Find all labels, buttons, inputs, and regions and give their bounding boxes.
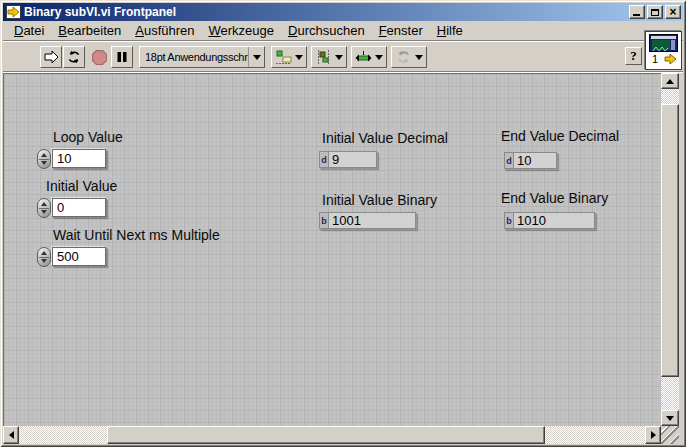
run-button[interactable]	[40, 46, 62, 68]
initial-value-spinner[interactable]	[37, 198, 51, 218]
horizontal-scrollbar[interactable]	[3, 426, 661, 444]
menu-durchsuchen[interactable]: Durchsuchen	[281, 21, 372, 40]
pause-icon	[115, 50, 129, 64]
menubar: Datei Bearbeiten Ausführen Werkzeuge Dur…	[3, 21, 683, 41]
decrement-icon[interactable]	[41, 161, 47, 165]
end-value-decimal: 10	[517, 153, 531, 168]
menu-werkzeuge[interactable]: Werkzeuge	[202, 21, 282, 40]
initial-value-label: Initial Value	[46, 178, 117, 194]
resize-objects-button[interactable]	[351, 46, 387, 68]
wait-until-next-ms-field[interactable]: 500	[52, 247, 106, 266]
run-arrow-icon	[43, 49, 59, 65]
font-selector-arrow[interactable]	[248, 47, 264, 67]
distribute-objects-icon	[315, 49, 332, 65]
close-icon: ×	[669, 7, 676, 17]
initial-value-binary-label: Initial Value Binary	[322, 192, 437, 208]
loop-value: 10	[57, 151, 71, 166]
arrow-down-icon	[666, 416, 674, 421]
radix-binary-icon: b	[505, 213, 514, 228]
chevron-down-icon	[253, 55, 261, 60]
chevron-down-icon	[415, 55, 423, 60]
arrow-left-icon	[9, 431, 14, 439]
horizontal-scroll-thumb[interactable]	[107, 426, 545, 444]
menu-bearbeiten[interactable]: Bearbeiten	[51, 21, 128, 40]
scroll-left-button[interactable]	[3, 426, 19, 444]
help-question-icon: ?	[630, 48, 637, 64]
end-value-binary: 1010	[517, 213, 546, 228]
radix-decimal-icon: d	[505, 153, 514, 168]
resize-objects-icon	[355, 49, 372, 65]
labview-vi-icon	[6, 5, 21, 19]
labview-frontpanel-window: Binary subVI.vi Frontpanel × Datei Bearb…	[0, 0, 686, 447]
end-value-binary-field: b 1010	[504, 212, 595, 229]
scroll-right-button[interactable]	[645, 426, 661, 444]
stop-button-disabled	[88, 46, 110, 68]
window-title: Binary subVI.vi Frontpanel	[24, 5, 627, 19]
font-selector[interactable]: 18pt Anwendungsschriftart	[139, 46, 265, 68]
wait-until-next-ms-spinner[interactable]	[37, 247, 51, 267]
end-value-decimal-label: End Value Decimal	[501, 128, 619, 144]
vertical-scrollbar[interactable]	[661, 73, 679, 426]
loop-value-spinner[interactable]	[37, 149, 51, 169]
toolbar: 18pt Anwendungsschriftart	[3, 43, 683, 72]
wait-until-next-ms-value: 500	[57, 249, 79, 264]
initial-value-field[interactable]: 0	[52, 198, 106, 217]
increment-icon[interactable]	[41, 202, 47, 206]
run-continuously-icon	[66, 49, 82, 65]
mini-frontpanel-icon	[649, 34, 678, 52]
maximize-button[interactable]	[647, 5, 663, 19]
align-objects-icon	[275, 49, 292, 65]
frontpanel-grid: Loop Value 10 Initial Value 0 Wait Until…	[3, 73, 661, 426]
decrement-icon[interactable]	[41, 259, 47, 263]
wait-until-next-ms-label: Wait Until Next ms Multiple	[53, 227, 220, 243]
scroll-up-button[interactable]	[661, 73, 679, 89]
radix-binary-icon: b	[320, 213, 329, 228]
arrow-up-icon	[666, 79, 674, 84]
minimize-icon	[633, 14, 640, 16]
scroll-down-button[interactable]	[661, 410, 679, 426]
pause-button[interactable]	[111, 46, 133, 68]
end-value-binary-label: End Value Binary	[501, 190, 608, 206]
radix-decimal-icon: d	[320, 152, 329, 167]
close-button[interactable]: ×	[665, 5, 681, 19]
chevron-down-icon	[295, 55, 303, 60]
vi-connector-icon[interactable]: 1	[645, 31, 682, 70]
menu-datei[interactable]: Datei	[7, 21, 51, 40]
decrement-icon[interactable]	[41, 210, 47, 214]
chevron-down-icon	[375, 55, 383, 60]
reorder-objects-icon	[395, 49, 412, 65]
initial-value-binary-field: b 1001	[319, 212, 416, 229]
initial-value-decimal-field: d 9	[319, 151, 377, 168]
arrow-right-icon	[651, 431, 656, 439]
vi-icon-number: 1	[652, 53, 658, 65]
loop-value-field[interactable]: 10	[52, 149, 106, 168]
minimize-button[interactable]	[629, 5, 645, 19]
menu-fenster[interactable]: Fenster	[372, 21, 430, 40]
run-continuously-button[interactable]	[63, 46, 85, 68]
end-value-decimal-field: d 10	[504, 152, 557, 169]
reorder-objects-button[interactable]	[391, 46, 427, 68]
align-objects-button[interactable]	[271, 46, 307, 68]
maximize-icon	[651, 9, 659, 16]
vi-run-arrow-icon	[664, 53, 677, 65]
initial-value: 0	[57, 200, 64, 215]
stop-octagon-icon	[91, 49, 108, 66]
help-button[interactable]: ?	[625, 47, 642, 65]
distribute-objects-button[interactable]	[311, 46, 347, 68]
font-selector-value: 18pt Anwendungsschriftart	[140, 51, 248, 63]
initial-value-binary: 1001	[332, 213, 361, 228]
chevron-down-icon	[335, 55, 343, 60]
increment-icon[interactable]	[41, 251, 47, 255]
menu-hilfe[interactable]: Hilfe	[430, 21, 470, 40]
resize-grip[interactable]	[661, 426, 679, 444]
increment-icon[interactable]	[41, 153, 47, 157]
initial-value-decimal: 9	[332, 152, 339, 167]
vertical-scroll-thumb[interactable]	[661, 104, 679, 377]
loop-value-label: Loop Value	[53, 129, 123, 145]
menu-ausfuehren[interactable]: Ausführen	[128, 21, 201, 40]
titlebar[interactable]: Binary subVI.vi Frontpanel ×	[3, 3, 683, 21]
initial-value-decimal-label: Initial Value Decimal	[322, 130, 448, 146]
